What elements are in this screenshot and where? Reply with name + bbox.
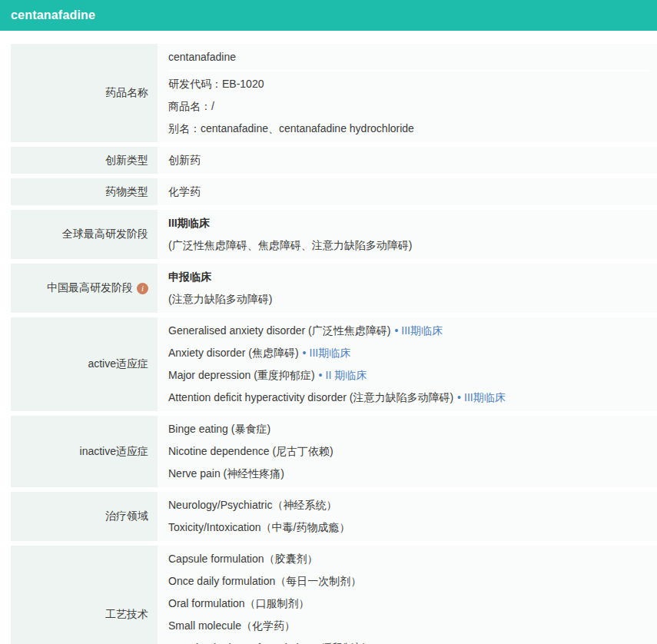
table-row: 治疗领域Neurology/Psychiatric（神经系统）Toxicity/… [11,492,657,541]
row-label: 治疗领域 [105,510,148,523]
row-label-cell: 中国最高研发阶段i [11,264,158,313]
phase-link[interactable]: •III期临床 [394,324,443,337]
value-line: Attention deficit hyperactivity disorder… [168,387,649,409]
row-value-cell: 申报临床(注意力缺陷多动障碍) [158,264,657,313]
value-line: Nerve pain (神经性疼痛) [168,463,649,485]
row-value-cell: III期临床(广泛性焦虑障碍、焦虑障碍、注意力缺陷多动障碍) [158,210,657,259]
value-line: Neurology/Psychiatric（神经系统） [168,494,649,516]
value-text: Oral formulation（口服制剂） [168,597,310,609]
value-text: Toxicity/Intoxication（中毒/药物成瘾） [168,521,350,533]
value-text: 商品名：/ [168,100,214,112]
row-label-cell: 药品名称 [11,44,158,142]
table-row: 创新类型创新药 [11,147,657,174]
value-section: Binge eating (暴食症)Nicotine dependence (尼… [168,418,649,485]
value-line: Oral formulation（口服制剂） [168,593,649,615]
row-value-cell: Binge eating (暴食症)Nicotine dependence (尼… [158,416,657,487]
value-line: Nicotine dependence (尼古丁依赖) [168,440,649,463]
value-line: Major depression (重度抑郁症)•II 期临床 [168,364,649,387]
value-line: Generalised anxiety disorder (广泛性焦虑障碍)•I… [168,320,649,342]
value-line: (广泛性焦虑障碍、焦虑障碍、注意力缺陷多动障碍) [168,234,649,257]
value-line: (注意力缺陷多动障碍) [168,288,649,310]
value-text: (广泛性焦虑障碍、焦虑障碍、注意力缺陷多动障碍) [168,239,412,251]
value-text: Nerve pain (神经性疼痛) [168,467,284,480]
phase-text: III期临床 [310,347,351,359]
value-text: Neurology/Psychiatric（神经系统） [168,499,337,511]
row-value-cell: centanafadine研发代码：EB-1020商品名：/别名：centana… [158,44,657,142]
row-label-cell: 治疗领域 [11,492,158,541]
phase-link[interactable]: •II 期临床 [319,369,367,381]
row-label-cell: 工艺技术 [11,546,158,644]
value-line: 别名：centanafadine、centanafadine hydrochlo… [168,118,649,140]
value-text: 研发代码：EB-1020 [168,78,264,90]
value-section: III期临床(广泛性焦虑障碍、焦虑障碍、注意力缺陷多动障碍) [168,212,649,257]
row-label: inactive适应症 [80,445,148,459]
value-section: 研发代码：EB-1020商品名：/别名：centanafadine、centan… [168,70,649,140]
value-section: 化学药 [168,181,649,203]
value-section: centanafadine [168,46,649,68]
row-label: active适应症 [88,357,148,371]
value-text: Generalised anxiety disorder (广泛性焦虑障碍) [168,324,390,337]
value-text: Nicotine dependence (尼古丁依赖) [168,445,333,457]
row-label: 药品名称 [105,86,148,100]
value-text: 别名：centanafadine、centanafadine hydrochlo… [168,122,414,134]
value-text: Once daily formulation（每日一次制剂） [168,575,361,587]
phase-link[interactable]: •III期临床 [303,347,351,359]
value-line: Small molecule（化学药） [168,615,649,637]
value-section: Neurology/Psychiatric（神经系统）Toxicity/Into… [168,494,649,539]
value-line: Sustained release formulation（缓释制剂） [168,637,649,644]
row-label-cell: inactive适应症 [11,416,158,487]
row-value-cell: 创新药 [158,147,657,174]
value-line: 研发代码：EB-1020 [168,73,649,95]
value-line: Once daily formulation（每日一次制剂） [168,570,649,593]
value-text: Major depression (重度抑郁症) [168,369,315,381]
row-label-cell: 创新类型 [11,147,158,174]
value-line: Anxiety disorder (焦虑障碍)•III期临床 [168,342,649,364]
value-line: Binge eating (暴食症) [168,418,649,440]
value-section: 创新药 [168,149,649,171]
row-value-cell: 化学药 [158,178,657,205]
bullet-icon: • [394,324,398,337]
value-line: 申报临床 [168,266,649,288]
value-section: Capsule formulation（胶囊剂）Once daily formu… [168,548,649,644]
page-header: centanafadine [0,0,657,31]
table-row: 工艺技术Capsule formulation（胶囊剂）Once daily f… [11,546,657,644]
row-value-cell: Generalised anxiety disorder (广泛性焦虑障碍)•I… [158,317,657,411]
value-text: Binge eating (暴食症) [168,423,270,435]
row-label: 药物类型 [105,185,148,199]
phase-text: II 期临床 [326,369,367,381]
row-label: 全球最高研发阶段 [62,227,148,241]
row-label-cell: active适应症 [11,317,158,411]
table-row: active适应症Generalised anxiety disorder (广… [11,317,657,411]
value-text: 化学药 [168,185,201,198]
value-section: Generalised anxiety disorder (广泛性焦虑障碍)•I… [168,320,649,409]
value-text: 创新药 [168,154,201,166]
value-text: (注意力缺陷多动障碍) [168,293,272,305]
table-row: 药物类型化学药 [11,178,657,205]
value-line: 创新药 [168,149,649,171]
table-row: 药品名称centanafadine研发代码：EB-1020商品名：/别名：cen… [11,44,657,142]
bullet-icon: • [303,347,307,359]
page-title: centanafadine [0,8,95,22]
table-row: inactive适应症Binge eating (暴食症)Nicotine de… [11,416,657,487]
value-line: centanafadine [168,46,649,68]
value-line: Toxicity/Intoxication（中毒/药物成瘾） [168,516,649,539]
value-text: Anxiety disorder (焦虑障碍) [168,347,299,359]
value-line: Capsule formulation（胶囊剂） [168,548,649,570]
row-value-cell: Neurology/Psychiatric（神经系统）Toxicity/Into… [158,492,657,541]
value-text: III期临床 [168,217,210,229]
value-text: centanafadine [168,51,236,63]
value-text: Attention deficit hyperactivity disorder… [168,391,453,403]
row-label: 中国最高研发阶段 [47,281,133,295]
row-label-cell: 全球最高研发阶段 [11,210,158,259]
bullet-icon: • [319,369,323,381]
drug-info-table: 药品名称centanafadine研发代码：EB-1020商品名：/别名：cen… [11,44,657,644]
value-line: 化学药 [168,181,649,203]
bullet-icon: • [457,391,461,403]
phase-link[interactable]: •III期临床 [457,391,506,403]
value-section: 申报临床(注意力缺陷多动障碍) [168,266,649,310]
info-icon[interactable]: i [137,283,148,294]
phase-text: III期临床 [464,391,506,403]
value-text: Capsule formulation（胶囊剂） [168,553,318,565]
row-value-cell: Capsule formulation（胶囊剂）Once daily formu… [158,546,657,644]
value-text: Small molecule（化学药） [168,619,295,632]
